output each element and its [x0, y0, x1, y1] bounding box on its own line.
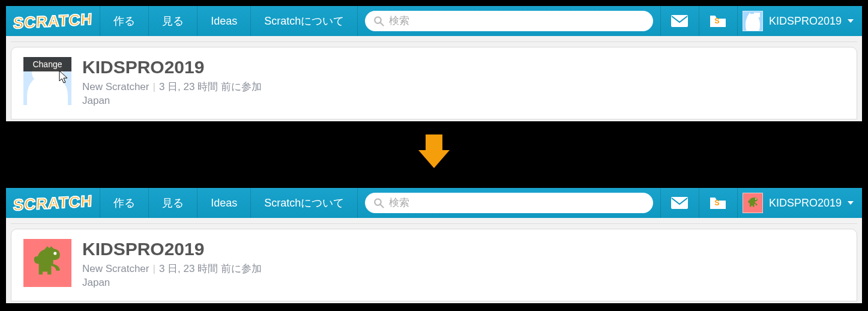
user-menu-name: KIDSPRO2019 — [769, 197, 842, 210]
scratch-logo[interactable]: SCRATCH — [6, 6, 100, 36]
before-panel: SCRATCH 作る 見る Ideas Scratchについて — [6, 6, 862, 121]
nav-ideas[interactable]: Ideas — [197, 6, 250, 36]
profile-username: KIDSPRO2019 — [82, 57, 262, 77]
folder-icon: S — [710, 14, 726, 28]
transition-arrow-icon — [418, 134, 450, 171]
profile-country: Japan — [82, 277, 262, 289]
svg-rect-5 — [671, 197, 688, 209]
profile-joined: 3 日, 23 時間 前に参加 — [159, 81, 262, 92]
nav-create[interactable]: 作る — [100, 188, 148, 218]
search-wrap — [357, 6, 660, 36]
search-wrap — [357, 188, 660, 218]
profile-country: Japan — [82, 95, 262, 107]
top-navbar-after: SCRATCH 作る 見る Ideas Scratchについて — [6, 188, 862, 218]
profile-card: KIDSPRO2019 New Scratcher|3 日, 23 時間 前に参… — [11, 229, 857, 301]
profile-meta: New Scratcher|3 日, 23 時間 前に参加 — [82, 80, 262, 94]
user-avatar-small — [743, 11, 763, 31]
profile-content: Change KIDSPRO2019 New Scratcher|3 日, 23… — [6, 36, 862, 119]
nav-explore[interactable]: 見る — [148, 188, 197, 218]
search-icon — [373, 198, 384, 208]
profile-meta: New Scratcher|3 日, 23 時間 前に参加 — [82, 262, 262, 276]
nav-ideas[interactable]: Ideas — [197, 188, 250, 218]
folder-icon: S — [710, 196, 726, 210]
dino-icon — [745, 195, 761, 211]
user-menu-name: KIDSPRO2019 — [769, 15, 842, 28]
profile-role: New Scratcher — [82, 81, 149, 92]
avatar-change-button[interactable]: Change — [23, 57, 71, 71]
svg-line-1 — [381, 22, 384, 25]
after-panel: SCRATCH 作る 見る Ideas Scratchについて — [6, 188, 862, 303]
top-navbar: SCRATCH 作る 見る Ideas Scratchについて — [6, 6, 862, 36]
svg-line-4 — [381, 204, 384, 207]
messages-button[interactable] — [660, 188, 699, 218]
scratch-logo-text: SCRATCH — [13, 192, 93, 214]
profile-joined: 3 日, 23 時間 前に参加 — [159, 263, 262, 274]
nav-about[interactable]: Scratchについて — [250, 6, 357, 36]
profile-content-after: KIDSPRO2019 New Scratcher|3 日, 23 時間 前に参… — [6, 218, 862, 301]
search-box[interactable] — [365, 11, 653, 31]
profile-role: New Scratcher — [82, 263, 149, 274]
chevron-down-icon — [848, 201, 854, 205]
mail-icon — [671, 196, 689, 210]
svg-point-7 — [53, 252, 56, 255]
svg-rect-2 — [671, 15, 688, 27]
chevron-down-icon — [848, 19, 854, 23]
mystuff-button[interactable]: S — [699, 6, 737, 36]
mail-icon — [671, 14, 689, 28]
messages-button[interactable] — [660, 6, 699, 36]
user-avatar-small — [743, 193, 763, 213]
search-input[interactable] — [389, 15, 645, 27]
nav-about[interactable]: Scratchについて — [250, 188, 357, 218]
search-box[interactable] — [365, 193, 653, 213]
nav-explore[interactable]: 見る — [148, 6, 197, 36]
svg-point-6 — [755, 199, 756, 200]
nav-create[interactable]: 作る — [100, 6, 148, 36]
profile-avatar[interactable] — [23, 239, 71, 287]
mystuff-button[interactable]: S — [699, 188, 737, 218]
profile-username: KIDSPRO2019 — [82, 239, 262, 259]
profile-avatar[interactable]: Change — [23, 57, 71, 105]
scratch-logo[interactable]: SCRATCH — [6, 188, 100, 218]
dino-icon — [28, 244, 67, 282]
search-input[interactable] — [389, 197, 645, 209]
scratch-logo-text: SCRATCH — [13, 10, 93, 32]
user-menu[interactable]: KIDSPRO2019 — [737, 188, 862, 218]
profile-card: Change KIDSPRO2019 New Scratcher|3 日, 23… — [11, 47, 857, 119]
user-menu[interactable]: KIDSPRO2019 — [737, 6, 862, 36]
search-icon — [373, 16, 384, 26]
